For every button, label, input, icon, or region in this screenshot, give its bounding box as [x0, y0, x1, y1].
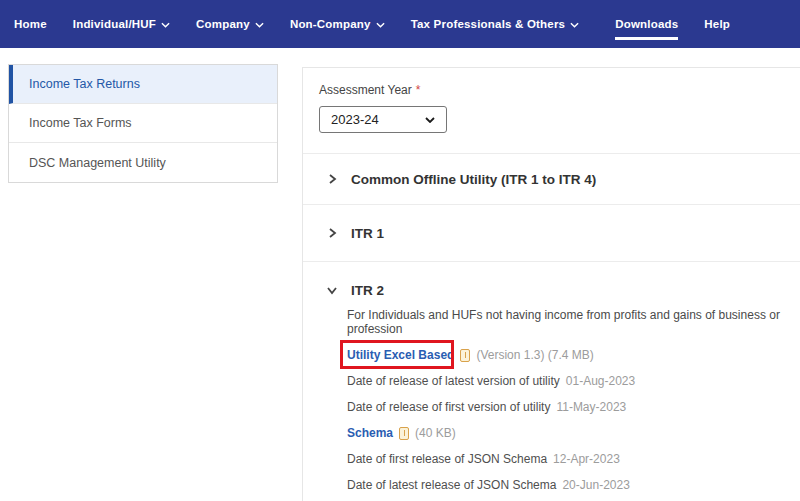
chevron-down-icon [327, 285, 337, 295]
chevron-down-icon [570, 22, 579, 28]
date-latest-utility-row: Date of release of latest version of uti… [347, 374, 800, 388]
sidebar-item-income-tax-returns[interactable]: Income Tax Returns [9, 65, 277, 104]
date-value: 12-Apr-2023 [553, 452, 620, 466]
accordion-title: ITR 2 [351, 283, 384, 298]
date-first-utility-row: Date of release of first version of util… [347, 400, 800, 414]
nav-item-label: Individual/HUF [73, 18, 156, 30]
nav-item-label: Tax Professionals & Others [411, 18, 566, 30]
downloads-content-panel: Assessment Year * 2023-24 Common Offline… [302, 67, 800, 501]
schema-link[interactable]: Schema [347, 426, 393, 440]
assessment-year-label-row: Assessment Year * [303, 68, 800, 97]
chevron-down-icon [376, 22, 385, 28]
assessment-year-select[interactable]: 2023-24 [319, 106, 447, 133]
date-first-json-schema-row: Date of first release of JSON Schema 12-… [347, 452, 800, 466]
utility-excel-based-row: Utility Excel Based (Version 1.3) (7.4 M… [347, 348, 800, 362]
utility-excel-based-link[interactable]: Utility Excel Based [347, 348, 454, 362]
date-value: 20-Jun-2023 [562, 478, 629, 492]
nav-item-label: Downloads [615, 18, 678, 30]
date-label: Date of release of first version of util… [347, 400, 550, 414]
nav-item-home[interactable]: Home [14, 0, 47, 48]
accordion-common-offline-utility[interactable]: Common Offline Utility (ITR 1 to ITR 4) [303, 154, 800, 204]
nav-item-tax-professionals[interactable]: Tax Professionals & Others [411, 0, 580, 48]
accordion-itr-2[interactable]: ITR 2 [303, 262, 800, 306]
downloads-page: Home Individual/HUF Company Non-Company … [0, 0, 800, 501]
nav-item-non-company[interactable]: Non-Company [290, 0, 385, 48]
accordion-title: ITR 1 [351, 226, 384, 241]
required-asterisk: * [416, 83, 421, 97]
sidebar-item-label: Income Tax Forms [29, 116, 132, 130]
date-latest-json-schema-row: Date of latest release of JSON Schema 20… [347, 478, 800, 492]
sidebar-item-label: Income Tax Returns [29, 77, 140, 91]
nav-item-downloads[interactable]: Downloads [615, 0, 678, 48]
sidebar-item-dsc-management-utility[interactable]: DSC Management Utility [9, 143, 277, 182]
top-navigation: Home Individual/HUF Company Non-Company … [0, 0, 800, 48]
nav-item-individual-huf[interactable]: Individual/HUF [73, 0, 170, 48]
nav-item-label: Home [14, 18, 47, 30]
utility-version-size: (Version 1.3) (7.4 MB) [476, 348, 593, 362]
nav-item-help[interactable]: Help [704, 0, 730, 48]
itr-2-body: For Individuals and HUFs not having inco… [303, 306, 800, 501]
nav-item-label: Non-Company [290, 18, 371, 30]
date-label: Date of latest release of JSON Schema [347, 478, 556, 492]
chevron-right-icon [327, 174, 337, 184]
itr-2-description: For Individuals and HUFs not having inco… [347, 308, 800, 336]
nav-item-company[interactable]: Company [196, 0, 264, 48]
sidebar-item-label: DSC Management Utility [29, 156, 166, 170]
schema-size: (40 KB) [415, 426, 456, 440]
assessment-year-selected-value: 2023-24 [331, 112, 379, 127]
select-caret-icon [425, 117, 435, 123]
download-file-icon[interactable] [399, 427, 409, 440]
nav-item-label: Help [704, 18, 730, 30]
date-value: 01-Aug-2023 [566, 374, 635, 388]
chevron-right-icon [327, 228, 337, 238]
download-file-icon[interactable] [460, 349, 470, 362]
chevron-down-icon [161, 22, 170, 28]
accordion-title: Common Offline Utility (ITR 1 to ITR 4) [351, 172, 596, 187]
date-label: Date of release of latest version of uti… [347, 374, 560, 388]
chevron-down-icon [255, 22, 264, 28]
date-label: Date of first release of JSON Schema [347, 452, 547, 466]
sidebar-item-income-tax-forms[interactable]: Income Tax Forms [9, 104, 277, 143]
assessment-year-label: Assessment Year [319, 83, 412, 97]
schema-row: Schema (40 KB) [347, 426, 800, 440]
downloads-sidebar: Income Tax Returns Income Tax Forms DSC … [8, 64, 278, 183]
nav-item-label: Company [196, 18, 250, 30]
accordion-itr-1[interactable]: ITR 1 [303, 205, 800, 261]
date-value: 11-May-2023 [556, 400, 626, 414]
